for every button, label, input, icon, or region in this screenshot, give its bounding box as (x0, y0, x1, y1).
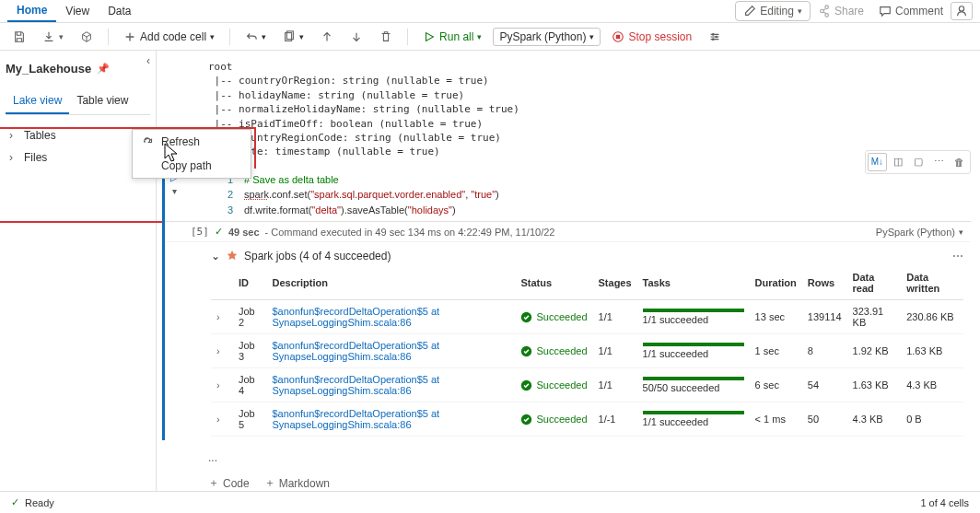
add-markdown[interactable]: ＋Markdown (264, 475, 330, 491)
chevron-right-icon: › (9, 129, 18, 142)
play-icon (423, 30, 436, 43)
code-editor[interactable]: 1# Save as delta table 2spark.conf.set("… (165, 169, 971, 223)
col-stages[interactable]: Stages (593, 266, 637, 300)
editing-mode[interactable]: Editing ▾ (735, 1, 811, 21)
menu-home[interactable]: Home (7, 0, 56, 22)
add-code-cell[interactable]: Add code cell ▾ (118, 28, 220, 46)
menubar: Home View Data Editing ▾ Share Comment (0, 0, 980, 23)
run-dropdown-icon[interactable]: ▾ (172, 186, 177, 196)
tree-tables[interactable]: ›Tables ⋯ (6, 124, 150, 146)
add-code[interactable]: ＋Code (208, 475, 250, 491)
comment-icon (879, 5, 892, 17)
ctx-copy-path[interactable]: Copy path (133, 154, 251, 178)
cell-delete-icon[interactable]: 🗑 (950, 153, 968, 171)
stop-session-button[interactable]: Stop session (606, 28, 697, 46)
spark-jobs-header: Spark jobs (4 of 4 succeeded) (244, 250, 391, 262)
job-desc-link[interactable]: $anonfun$recordDeltaOperation$5 at Synap… (272, 408, 439, 430)
comment-button[interactable]: Comment (871, 2, 951, 20)
chevron-down-icon: ▾ (589, 32, 594, 41)
plus-icon: ＋ (264, 475, 275, 491)
move-up-button[interactable] (315, 28, 339, 46)
save-button[interactable] (7, 28, 31, 46)
code-text: spark (244, 189, 269, 200)
job-row[interactable]: ›Job 2$anonfun$recordDeltaOperation$5 at… (211, 300, 963, 334)
expand-row-icon[interactable]: › (216, 414, 220, 425)
col-written[interactable]: Data written (901, 266, 963, 300)
person-icon (955, 5, 968, 17)
job-row[interactable]: ›Job 3$anonfun$recordDeltaOperation$5 at… (211, 334, 963, 368)
download-icon (42, 30, 55, 43)
context-menu: Refresh Copy path (132, 129, 251, 179)
expand-row-icon[interactable]: › (216, 345, 220, 356)
spark-icon (226, 250, 239, 262)
lakehouse-title: My_Lakehouse 📌 (6, 58, 150, 79)
job-desc-link[interactable]: $anonfun$recordDeltaOperation$5 at Synap… (272, 306, 439, 328)
person-icon-button[interactable] (951, 2, 973, 20)
code-text: "spark.sql.parquet.vorder.enabled" (310, 189, 465, 200)
ellipsis: ... (162, 448, 971, 468)
job-desc-link[interactable]: $anonfun$recordDeltaOperation$5 at Synap… (272, 374, 439, 396)
exec-count: [5] (191, 226, 209, 238)
cell-output-icon[interactable]: ▢ (909, 153, 928, 171)
tree-files-label: Files (24, 151, 47, 164)
copy-button[interactable]: ▾ (277, 28, 309, 46)
col-desc[interactable]: Description (266, 266, 515, 300)
col-status[interactable]: Status (515, 266, 592, 300)
menu-data[interactable]: Data (99, 1, 140, 21)
stop-label: Stop session (628, 30, 692, 43)
kernel-label: PySpark (Python) (499, 30, 586, 43)
ctx-refresh[interactable]: Refresh (133, 130, 251, 154)
col-id[interactable]: ID (233, 266, 266, 300)
check-circle-icon (520, 311, 532, 323)
chevron-down-icon: ▾ (210, 32, 215, 41)
job-desc-link[interactable]: $anonfun$recordDeltaOperation$5 at Synap… (272, 340, 439, 362)
job-rows: 50 (802, 402, 847, 437)
job-id: Job 4 (233, 368, 266, 402)
download-button[interactable]: ▾ (37, 28, 69, 46)
job-row[interactable]: ›Job 4$anonfun$recordDeltaOperation$5 at… (211, 368, 963, 402)
collapse-sidebar[interactable]: ‹ (146, 54, 150, 67)
status-text: - Command executed in 49 sec 134 ms on 4… (265, 227, 555, 238)
markdown-toggle[interactable]: M↓ (868, 153, 887, 171)
cube-button[interactable] (75, 28, 99, 46)
col-rows[interactable]: Rows (802, 266, 847, 300)
collapse-jobs-icon[interactable]: ⌄ (211, 250, 220, 262)
job-stages: 1/1 (593, 368, 637, 402)
check-circle-icon (520, 379, 532, 391)
tree-files[interactable]: ›Files (6, 146, 150, 169)
pin-icon[interactable]: 📌 (97, 63, 110, 75)
menu-view[interactable]: View (56, 1, 99, 21)
job-read: 4.3 KB (847, 402, 902, 437)
lake-view-tab[interactable]: Lake view (6, 88, 69, 114)
schema-output: root |-- countryOrRegion: string (nullab… (162, 56, 971, 169)
run-all-button[interactable]: Run all ▾ (417, 28, 487, 46)
delete-button[interactable] (374, 28, 398, 46)
col-tasks[interactable]: Tasks (637, 266, 750, 300)
col-read[interactable]: Data read (847, 266, 902, 300)
check-icon: ✓ (215, 226, 223, 238)
kernel-select[interactable]: PySpark (Python) ▾ (493, 28, 601, 46)
cell-more-icon[interactable]: ⋯ (929, 153, 948, 171)
expand-row-icon[interactable]: › (216, 311, 220, 322)
share-button[interactable]: Share (811, 2, 871, 20)
arrow-up-icon (321, 30, 333, 43)
code-cell[interactable]: M↓ ◫ ▢ ⋯ 🗑 ▷ ▾ 1# Save as delta table 2s… (162, 169, 971, 441)
status-bar: ✓ Ready 1 of 4 cells (0, 491, 980, 513)
expand-row-icon[interactable]: › (216, 379, 220, 391)
undo-button[interactable]: ▾ (239, 28, 272, 46)
code-text: "true" (471, 189, 496, 200)
add-md-label: Markdown (279, 477, 330, 490)
job-stages: 1/-1 (593, 402, 637, 437)
cell-status: [5] ✓ 49 sec - Command executed in 49 se… (165, 222, 971, 242)
table-view-tab[interactable]: Table view (69, 88, 135, 114)
move-down-button[interactable] (344, 28, 368, 46)
refresh-icon (142, 136, 154, 148)
jobs-more-icon[interactable]: ⋯ (952, 250, 963, 262)
cell-clear-icon[interactable]: ◫ (889, 153, 907, 171)
col-duration[interactable]: Duration (750, 266, 802, 300)
settings-button[interactable] (703, 28, 727, 46)
line-number: 3 (216, 203, 233, 218)
cell-kernel[interactable]: PySpark (Python) (876, 227, 955, 238)
plus-icon: ＋ (208, 475, 219, 491)
job-row[interactable]: ›Job 5$anonfun$recordDeltaOperation$5 at… (211, 402, 963, 437)
